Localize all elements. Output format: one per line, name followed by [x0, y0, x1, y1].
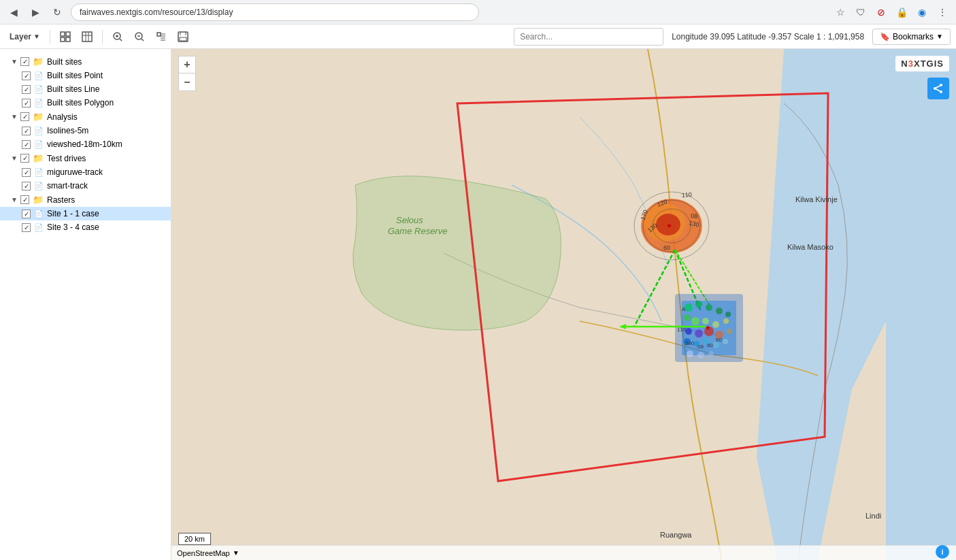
zoom-in-button[interactable]: +: [178, 56, 196, 73]
bookmarks-icon: 🔖: [880, 32, 890, 42]
toolbar: Layer ▼: [0, 24, 956, 49]
checkbox-built-sites-polygon[interactable]: [22, 99, 31, 108]
layer-button[interactable]: Layer ▼: [5, 27, 44, 46]
group-analysis[interactable]: ▼ 📁 Analysis: [0, 110, 171, 124]
item-site-3-4-case[interactable]: 📄 Site 3 - 4 case: [0, 220, 171, 234]
built-sites-point-label: Built sites Point: [47, 71, 103, 80]
osm-attribution: OpenStreetMap ▼: [171, 545, 956, 560]
zoom-in-icon-btn[interactable]: [108, 27, 127, 46]
svg-point-67: [687, 350, 693, 357]
zoom-extent-icon-btn[interactable]: [152, 27, 171, 46]
svg-text:110: 110: [681, 191, 692, 199]
grid-icon-btn[interactable]: [56, 27, 75, 46]
info-button[interactable]: i: [936, 545, 949, 559]
item-site-1-1-case[interactable]: 📄 Site 1 - 1 case: [0, 207, 171, 220]
item-built-sites-point[interactable]: 📄 Built sites Point: [0, 69, 171, 82]
item-miguruwe-track[interactable]: 📄 miguruwe-track: [0, 165, 171, 179]
checkbox-site-3-4[interactable]: [22, 223, 31, 232]
svg-text:60: 60: [663, 244, 670, 251]
svg-point-55: [712, 321, 719, 328]
basemap-selector[interactable]: OpenStreetMap ▼: [177, 549, 240, 557]
map-icon-btn[interactable]: [78, 27, 97, 46]
save-icon-btn[interactable]: [174, 27, 193, 46]
profile-icon[interactable]: ◉: [914, 4, 930, 20]
shield-icon[interactable]: 🛡: [853, 4, 869, 20]
item-isolines-5m[interactable]: 📄 Isolines-5m: [0, 124, 171, 137]
svg-text:200: 200: [685, 340, 695, 346]
group-analysis-label: Analysis: [47, 112, 78, 122]
svg-line-11: [120, 39, 122, 41]
map-zoom-controls: + −: [178, 56, 196, 91]
group-rasters[interactable]: ▼ 📁 Rasters: [0, 193, 171, 207]
coordinates-display: Longitude 39.095 Latitude -9.357 Scale 1…: [672, 32, 864, 42]
item-viewshed-18m-10km[interactable]: 📄 viewshed-18m-10km: [0, 137, 171, 151]
doc-site-3-4-icon: 📄: [34, 223, 44, 232]
checkbox-built-sites-line[interactable]: [22, 85, 31, 94]
doc-built-sites-line-icon: 📄: [34, 85, 44, 94]
checkbox-site-1-1[interactable]: [22, 210, 31, 218]
checkbox-smart-track[interactable]: [22, 182, 31, 191]
checkbox-built-sites[interactable]: [20, 57, 29, 66]
checkbox-rasters[interactable]: [20, 195, 29, 204]
svg-rect-1: [66, 32, 70, 36]
svg-text:Selous: Selous: [396, 215, 423, 225]
group-built-sites-label: Built sites: [47, 57, 82, 67]
item-built-sites-line[interactable]: 📄 Built sites Line: [0, 82, 171, 96]
vpn-icon[interactable]: 🔒: [893, 4, 910, 20]
svg-text:★: ★: [666, 222, 672, 229]
back-button[interactable]: ◀: [5, 4, 22, 20]
svg-point-51: [725, 312, 731, 317]
checkbox-isolines-5m[interactable]: [22, 127, 31, 135]
block-icon[interactable]: ⊘: [873, 4, 889, 20]
viewshed-label: viewshed-18m-10km: [47, 139, 122, 149]
expand-test-drives-icon: ▼: [11, 154, 18, 162]
svg-point-57: [685, 328, 692, 335]
scale-bar: 20 km: [178, 533, 211, 545]
app-container: Layer ▼: [0, 24, 956, 560]
svg-text:Game Reserve: Game Reserve: [388, 226, 447, 236]
bookmark-star-icon[interactable]: ☆: [832, 4, 848, 20]
checkbox-test-drives[interactable]: [20, 154, 29, 163]
group-rasters-label: Rasters: [47, 195, 75, 205]
svg-point-50: [716, 308, 723, 314]
share-button[interactable]: [927, 78, 949, 99]
group-built-sites[interactable]: ▼ 📁 Built sites: [0, 54, 171, 69]
smart-track-label: smart-track: [47, 181, 88, 191]
svg-text:116: 116: [677, 327, 687, 333]
checkbox-miguruwe[interactable]: [22, 168, 31, 177]
reload-button[interactable]: ↻: [49, 4, 65, 20]
forward-button[interactable]: ▶: [27, 4, 44, 20]
svg-point-49: [706, 304, 712, 311]
folder-analysis-icon: 📁: [33, 112, 44, 122]
map-container[interactable]: 110 120 170 130 130 08 60 ★: [171, 49, 956, 560]
nextgis-3: 3: [908, 59, 914, 69]
address-bar[interactable]: fairwaves.nextgis.com/resource/13/displa…: [71, 3, 479, 21]
built-sites-polygon-label: Built sites Polygon: [47, 98, 114, 108]
expand-built-sites-icon: ▼: [11, 58, 18, 65]
svg-text:★: ★: [705, 324, 711, 331]
basemap-dropdown-icon: ▼: [233, 549, 240, 557]
bookmarks-arrow: ▼: [936, 33, 943, 40]
expand-rasters-icon: ▼: [11, 196, 18, 203]
svg-point-47: [685, 303, 693, 312]
svg-point-61: [727, 329, 732, 334]
group-test-drives[interactable]: ▼ 📁 Test drives: [0, 151, 171, 165]
zoom-out-button[interactable]: −: [178, 73, 196, 91]
url-text: fairwaves.nextgis.com/resource/13/displa…: [80, 7, 233, 17]
zoom-out-icon-btn[interactable]: [130, 27, 149, 46]
svg-rect-0: [61, 32, 65, 36]
checkbox-analysis[interactable]: [20, 112, 29, 121]
checkbox-viewshed[interactable]: [22, 140, 31, 149]
search-input[interactable]: [514, 28, 663, 46]
svg-point-69: [708, 351, 714, 357]
svg-text:80: 80: [707, 342, 713, 348]
svg-rect-26: [886, 49, 956, 560]
item-smart-track[interactable]: 📄 smart-track: [0, 179, 171, 193]
item-built-sites-polygon[interactable]: 📄 Built sites Polygon: [0, 96, 171, 110]
menu-icon[interactable]: ⋮: [934, 4, 951, 20]
checkbox-built-sites-point[interactable]: [22, 71, 31, 80]
svg-text:08: 08: [691, 212, 698, 220]
bookmarks-button[interactable]: 🔖 Bookmarks ▼: [872, 29, 951, 45]
svg-point-52: [684, 314, 691, 321]
toolbar-sep-1: [50, 30, 50, 44]
